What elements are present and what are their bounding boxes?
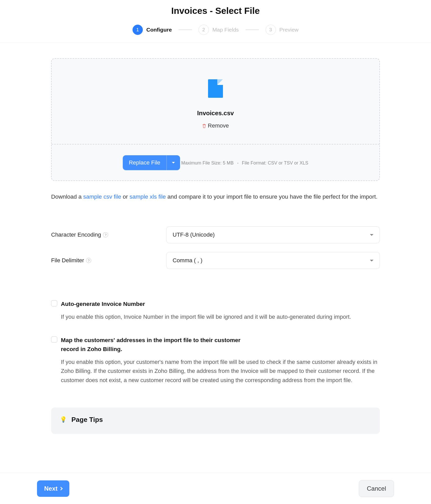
map-address-checkbox[interactable] xyxy=(51,336,57,343)
lightbulb-icon: 💡 xyxy=(60,416,67,423)
step-configure[interactable]: 1 Configure xyxy=(133,25,172,35)
remove-file-button[interactable]: Remove xyxy=(202,122,229,129)
map-address-desc: If you enable this option, your customer… xyxy=(61,357,380,385)
step-preview: 3 Preview xyxy=(266,25,299,35)
select-value: UTF-8 (Unicode) xyxy=(173,231,215,238)
file-icon xyxy=(208,79,223,98)
instruction-text: Download a xyxy=(51,193,83,200)
map-address-label: Map the customers' addresses in the impo… xyxy=(61,336,246,354)
page-tips-panel: 💡 Page Tips xyxy=(51,408,380,434)
sample-csv-link[interactable]: sample csv file xyxy=(83,193,121,200)
step-label: Preview xyxy=(279,27,299,33)
autogen-invoice-label: Auto-generate Invoice Number xyxy=(61,300,145,309)
file-constraints: Maximum File Size: 5 MB File Format: CSV… xyxy=(181,160,308,166)
label-text: File Delimiter xyxy=(51,257,84,264)
download-instruction: Download a sample csv file or sample xls… xyxy=(51,192,380,202)
file-delimiter-select[interactable]: Comma ( , ) xyxy=(166,252,380,269)
file-delimiter-label: File Delimiter ? xyxy=(51,257,166,264)
uploaded-file-name: Invoices.csv xyxy=(197,110,234,117)
step-label: Map Fields xyxy=(212,27,239,33)
autogen-invoice-checkbox[interactable] xyxy=(51,300,57,306)
replace-file-dropdown[interactable] xyxy=(166,155,180,170)
page-title: Invoices - Select File xyxy=(0,6,431,16)
file-dropzone: Invoices.csv Remove Replace File xyxy=(51,58,380,181)
remove-label: Remove xyxy=(208,122,229,129)
dot-separator xyxy=(237,163,238,164)
page-tips-heading: Page Tips xyxy=(71,416,103,424)
step-map-fields: 2 Map Fields xyxy=(199,25,239,35)
autogen-invoice-desc: If you enable this option, Invoice Numbe… xyxy=(61,312,380,322)
select-value: Comma ( , ) xyxy=(173,257,202,264)
sample-xls-link[interactable]: sample xls file xyxy=(129,193,166,200)
step-number: 2 xyxy=(199,25,209,35)
help-icon[interactable]: ? xyxy=(86,258,91,263)
step-number: 3 xyxy=(266,25,276,35)
chevron-down-icon xyxy=(370,234,373,236)
footer-bar: Next Cancel xyxy=(0,473,431,475)
step-connector xyxy=(246,30,259,30)
step-connector xyxy=(179,30,192,30)
instruction-text: or xyxy=(121,193,130,200)
trash-icon xyxy=(202,124,206,128)
replace-file-button[interactable]: Replace File xyxy=(123,155,166,170)
instruction-text: and compare it to your import file to en… xyxy=(166,193,377,200)
step-label: Configure xyxy=(146,27,172,33)
replace-file-group: Replace File xyxy=(123,155,180,170)
character-encoding-select[interactable]: UTF-8 (Unicode) xyxy=(166,226,380,243)
label-text: Character Encoding xyxy=(51,231,101,238)
character-encoding-label: Character Encoding ? xyxy=(51,231,166,238)
chevron-down-icon xyxy=(172,162,175,163)
stepper: 1 Configure 2 Map Fields 3 Preview xyxy=(0,25,431,43)
help-icon[interactable]: ? xyxy=(103,232,108,237)
file-format: File Format: CSV or TSV or XLS xyxy=(242,160,308,166)
max-file-size: Maximum File Size: 5 MB xyxy=(181,160,233,166)
chevron-down-icon xyxy=(370,260,373,261)
step-number: 1 xyxy=(133,25,143,35)
